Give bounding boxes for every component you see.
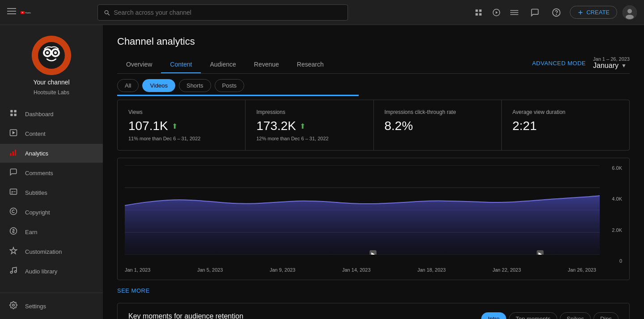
key-moments-title-area: Key moments for audience retention Lates… (128, 312, 243, 319)
sidebar-label-copyright: Copyright (25, 209, 50, 216)
channel-avatar[interactable] (32, 36, 71, 75)
create-plus-icon (577, 9, 584, 16)
stat-value-ctr: 8.2% (385, 119, 413, 133)
sidebar-nav: Dashboard Content Analytics Comments (0, 105, 103, 293)
avatar[interactable] (623, 5, 637, 20)
svg-rect-30 (10, 114, 13, 116)
svg-rect-31 (14, 114, 17, 116)
sidebar-item-customization[interactable]: Customization (0, 242, 103, 261)
menu-icon[interactable] (507, 5, 521, 20)
key-moments-section: Key moments for audience retention Lates… (117, 303, 630, 319)
chart-svg (125, 165, 600, 255)
filter-videos[interactable]: Videos (142, 79, 175, 92)
km-tab-top-moments[interactable]: Top moments (509, 312, 557, 319)
km-tab-spikes[interactable]: Spikes (560, 312, 591, 319)
svg-point-27 (54, 51, 57, 54)
stat-compare-impressions: 12% more than Dec 6 – 31, 2022 (256, 136, 362, 141)
svg-point-16 (556, 14, 557, 14)
stat-up-icon-views: ⬆ (172, 122, 178, 130)
logo-area[interactable]: Studio (21, 8, 33, 17)
x-label-1: Jan 5, 2023 (197, 267, 223, 273)
tab-content[interactable]: Content (161, 56, 201, 73)
sidebar-item-analytics[interactable]: Analytics (0, 144, 103, 163)
key-moments-title: Key moments for audience retention (128, 312, 243, 319)
date-range-label: Jan 1 – 26, 2023 (593, 56, 630, 62)
stat-value-row-avgduration: 2:21 (513, 119, 619, 133)
x-label-2: Jan 9, 2023 (270, 267, 296, 273)
svg-rect-1 (7, 11, 16, 12)
sidebar-item-audio-library[interactable]: Audio library (0, 262, 103, 281)
channel-name: Your channel (33, 79, 69, 86)
create-button[interactable]: CREATE (570, 6, 617, 19)
sidebar-item-comments[interactable]: Comments (0, 164, 103, 182)
grid-view-icon[interactable] (471, 5, 486, 20)
svg-point-21 (38, 42, 65, 69)
sidebar-label-dashboard: Dashboard (25, 111, 54, 118)
play-circle-icon[interactable] (489, 5, 504, 20)
sidebar-item-settings[interactable]: Settings (0, 297, 103, 315)
search-bar[interactable] (97, 4, 348, 21)
stats-row: Views 107.1K ⬆ 11% more than Dec 6 – 31,… (117, 100, 630, 151)
y-label-4k: 4.0K (612, 196, 622, 201)
km-tab-dips[interactable]: Dips (593, 312, 619, 319)
chart-y-labels: 6.0K 4.0K 2.0K 0 (600, 165, 622, 264)
filter-shorts[interactable]: Shorts (179, 79, 211, 92)
tab-research[interactable]: Research (288, 56, 333, 73)
y-label-6k: 6.0K (612, 165, 622, 171)
y-label-0: 0 (619, 258, 622, 264)
svg-rect-12 (510, 10, 518, 11)
sidebar-item-earn[interactable]: Earn (0, 222, 103, 241)
sidebar: Your channel Hootsuite Labs Dashboard Co… (0, 25, 103, 319)
chart-x-labels: Jan 1, 2023 Jan 5, 2023 Jan 9, 2023 Jan … (125, 267, 622, 273)
tab-revenue[interactable]: Revenue (245, 56, 288, 73)
stat-label-views: Views (128, 109, 234, 115)
main-layout: Your channel Hootsuite Labs Dashboard Co… (0, 25, 644, 319)
sidebar-item-dashboard[interactable]: Dashboard (0, 105, 103, 123)
svg-point-18 (627, 9, 632, 13)
filter-all[interactable]: All (117, 79, 139, 92)
sidebar-label-subtitles: Subtitles (25, 189, 47, 196)
top-nav-left: Studio (7, 7, 33, 18)
create-label: CREATE (586, 9, 610, 16)
tab-overview[interactable]: Overview (117, 56, 161, 73)
svg-point-45 (13, 304, 15, 306)
sidebar-item-subtitles[interactable]: Subtitles (0, 183, 103, 202)
see-more-button[interactable]: SEE MORE (117, 287, 150, 294)
top-nav: Studio CREATE (0, 0, 644, 25)
date-selector[interactable]: Jan 1 – 26, 2023 January ▼ (593, 56, 630, 70)
svg-rect-8 (475, 13, 478, 15)
svg-rect-28 (10, 110, 13, 112)
x-label-4: Jan 18, 2023 (417, 267, 446, 273)
stat-card-impressions: Impressions 173.2K ⬆ 12% more than Dec 6… (246, 100, 373, 150)
stat-value-row-impressions: 173.2K ⬆ (256, 119, 362, 133)
stat-compare-views: 11% more than Dec 6 – 31, 2022 (128, 136, 234, 141)
content-icon (9, 129, 18, 139)
search-input[interactable] (114, 9, 342, 16)
sidebar-label-earn: Earn (25, 229, 37, 235)
y-label-2k: 2.0K (612, 227, 622, 233)
svg-point-26 (46, 51, 49, 54)
hamburger-icon[interactable] (7, 7, 16, 18)
filter-posts[interactable]: Posts (215, 79, 245, 92)
comments-icon[interactable] (527, 4, 543, 21)
advanced-mode-button[interactable]: ADVANCED MODE (532, 60, 586, 67)
km-tab-intro[interactable]: Intro (481, 312, 506, 319)
help-icon[interactable] (548, 4, 564, 21)
dashboard-icon (9, 109, 18, 119)
sidebar-item-content[interactable]: Content (0, 124, 103, 143)
subtitles-icon (9, 188, 18, 197)
svg-rect-34 (10, 153, 12, 156)
stat-label-avgduration: Average view duration (513, 109, 619, 115)
x-label-3: Jan 14, 2023 (342, 267, 371, 273)
tab-audience[interactable]: Audience (201, 56, 245, 73)
stat-card-ctr: Impressions click-through rate 8.2% (374, 100, 502, 150)
sidebar-item-copyright[interactable]: Copyright (0, 203, 103, 222)
date-main-label: January ▼ (593, 62, 630, 70)
chevron-down-icon: ▼ (621, 63, 627, 69)
svg-point-41 (10, 208, 17, 215)
copyright-icon (9, 207, 18, 217)
earn-icon (9, 227, 18, 237)
stat-value-impressions: 173.2K (256, 119, 296, 133)
stat-label-impressions: Impressions (256, 109, 362, 115)
svg-rect-6 (475, 9, 478, 12)
